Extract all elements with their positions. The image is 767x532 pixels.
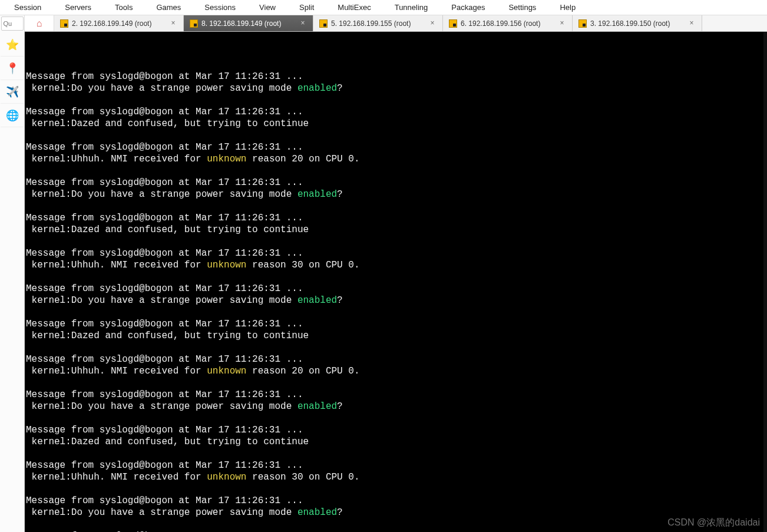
log-body: kernel:Dazed and confused, but trying to… — [26, 118, 766, 130]
log-header: Message from syslogd@bogon at Mar 17 11:… — [26, 283, 766, 295]
close-icon[interactable]: × — [428, 19, 437, 28]
menu-games[interactable]: Games — [144, 1, 193, 14]
log-block: Message from syslogd@bogon at Mar 17 11:… — [26, 389, 766, 412]
pin-icon[interactable]: 📍 — [1, 57, 24, 80]
log-body: kernel:Uhhuh. NMI received for unknown r… — [26, 365, 766, 377]
session-tab[interactable]: 3. 192.168.199.150 (root)× — [573, 15, 702, 31]
terminal-icon — [190, 19, 198, 28]
close-icon[interactable]: × — [299, 19, 307, 28]
log-block: Message from syslogd@bogon at Mar 17 11:… — [26, 353, 766, 377]
log-block: Message from syslogd@bogon at Mar 17 11:… — [26, 177, 766, 200]
tab-label: 5. 192.168.199.155 (root) — [331, 19, 411, 28]
log-header: Message from syslogd@bogon at Mar 17 11:… — [26, 106, 766, 118]
log-block: Message from syslogd@bogon at Mar 17 11:… — [26, 424, 766, 448]
log-block: Message from syslogd@bogon at Mar 17 11:… — [26, 283, 766, 306]
tab-label: 6. 192.168.199.156 (root) — [461, 19, 540, 28]
log-block: Message from syslogd@bogon at Mar 17 11:… — [26, 460, 766, 483]
main-column: ⌂ 2. 192.168.199.149 (root)×8. 192.168.1… — [25, 15, 767, 532]
close-icon[interactable]: × — [558, 19, 566, 28]
log-header: Message from syslogd@bogon at Mar 17 11:… — [26, 177, 766, 189]
menu-session[interactable]: Session — [2, 1, 53, 14]
session-tab[interactable]: 2. 192.168.199.149 (root)× — [54, 15, 184, 31]
left-toolbar: ⭐ 📍 ✈️ 🌐 — [0, 15, 25, 532]
terminal-output[interactable]: Message from syslogd@bogon at Mar 17 11:… — [25, 32, 767, 532]
log-body: kernel:Dazed and confused, but trying to… — [26, 224, 766, 236]
log-header: Message from syslogd@bogon at Mar 17 11:… — [26, 212, 766, 224]
log-header: Message from syslogd@bogon at Mar 17 11:… — [26, 424, 766, 436]
log-body: kernel:Dazed and confused, but trying to… — [26, 436, 766, 448]
menu-split[interactable]: Split — [287, 1, 326, 14]
log-body: kernel:Do you have a strange power savin… — [26, 82, 766, 94]
terminal-icon — [578, 19, 587, 28]
terminal-icon — [60, 19, 68, 28]
log-header: Message from syslogd@bogon at Mar 17 11:… — [26, 495, 766, 507]
log-block: Message from syslogd@bogon at Mar 17 11:… — [26, 212, 766, 236]
log-body: kernel:Uhhuh. NMI received for unknown r… — [26, 153, 766, 165]
tab-label: 3. 192.168.199.150 (root) — [590, 19, 670, 28]
log-header: Message from syslogd@bogon at Mar 17 11:… — [26, 460, 766, 471]
quick-connect-input[interactable] — [1, 16, 24, 31]
close-icon[interactable]: × — [169, 19, 177, 28]
log-block: Message from syslogd@bogon at Mar 17 11:… — [26, 106, 766, 130]
log-body: kernel:Dazed and confused, but trying to… — [26, 330, 766, 342]
log-block: Message from syslogd@bogon at Mar 17 11:… — [26, 71, 766, 94]
home-tab[interactable]: ⌂ — [25, 15, 54, 31]
terminal-icon — [319, 19, 328, 28]
log-header: Message from syslogd@bogon at Mar 17 11:… — [26, 71, 766, 82]
log-header: Message from syslogd@bogon at Mar 17 11:… — [26, 247, 766, 259]
log-header: Message from syslogd@bogon at Mar 17 11:… — [26, 141, 766, 153]
watermark: CSDN @浓黑的daidai — [667, 517, 760, 528]
workarea: ⭐ 📍 ✈️ 🌐 ⌂ 2. 192.168.199.149 (root)×8. … — [0, 15, 767, 532]
log-body: kernel:Uhhuh. NMI received for unknown r… — [26, 259, 766, 271]
session-tab[interactable]: 5. 192.168.199.155 (root)× — [313, 15, 443, 31]
log-header: Message from syslogd@bogon at Mar 17 11:… — [26, 389, 766, 401]
log-header: Message from syslogd@bogon at Mar 17 11:… — [26, 353, 766, 365]
menu-tools[interactable]: Tools — [103, 1, 144, 14]
log-body: kernel:Do you have a strange power savin… — [26, 295, 766, 306]
star-icon[interactable]: ⭐ — [1, 33, 24, 57]
menu-sessions[interactable]: Sessions — [193, 1, 247, 14]
scrollbar[interactable] — [763, 32, 767, 532]
menu-packages[interactable]: Packages — [439, 1, 497, 14]
log-body: kernel:Do you have a strange power savin… — [26, 189, 766, 200]
tab-label: 8. 192.168.199.149 (root) — [201, 19, 281, 28]
log-body: kernel:Do you have a strange power savin… — [26, 507, 766, 518]
menu-view[interactable]: View — [247, 1, 287, 14]
session-tab[interactable]: 6. 192.168.199.156 (root)× — [443, 15, 573, 31]
close-icon[interactable]: × — [687, 19, 696, 28]
log-block: Message from syslogd@bogon at Mar 17 11:… — [26, 495, 766, 518]
menu-multiexec[interactable]: MultiExec — [326, 1, 382, 14]
send-icon[interactable]: ✈️ — [1, 80, 24, 104]
log-body: kernel:Do you have a strange power savin… — [26, 401, 766, 412]
menu-help[interactable]: Help — [548, 1, 587, 14]
menu-tunneling[interactable]: Tunneling — [383, 1, 440, 14]
menubar: SessionServersToolsGamesSessionsViewSpli… — [0, 0, 767, 15]
menu-settings[interactable]: Settings — [497, 1, 548, 14]
tab-label: 2. 192.168.199.149 (root) — [72, 19, 151, 28]
home-icon: ⌂ — [37, 18, 42, 29]
globe-icon[interactable]: 🌐 — [1, 104, 24, 127]
log-block: Message from syslogd@bogon at Mar 17 11:… — [26, 141, 766, 165]
log-body: kernel:Uhhuh. NMI received for unknown r… — [26, 471, 766, 483]
session-tab[interactable]: 8. 192.168.199.149 (root)× — [184, 15, 313, 31]
terminal-icon — [449, 19, 457, 28]
log-header: Message from syslogd@bogon at Mar 17 11:… — [26, 318, 766, 330]
menu-servers[interactable]: Servers — [53, 1, 103, 14]
log-block: Message from syslogd@bogon at Mar 17 11:… — [26, 318, 766, 342]
log-block: Message from syslogd@bogon at Mar 17 11:… — [26, 247, 766, 271]
tabbar: ⌂ 2. 192.168.199.149 (root)×8. 192.168.1… — [25, 15, 767, 32]
